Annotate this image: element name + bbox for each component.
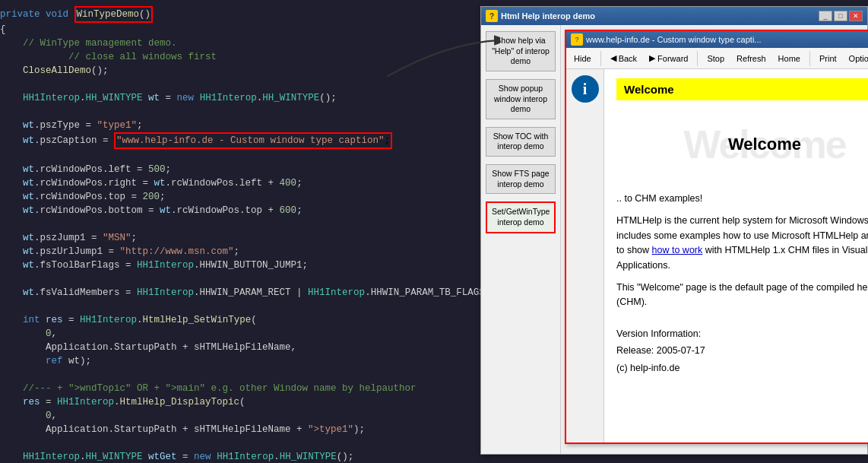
copyright-label: (c) help-info.de <box>616 360 867 377</box>
version-label: Version Information: <box>616 325 867 343</box>
version-section: Version Information: Release: 2005-07-17… <box>616 325 867 377</box>
close-button[interactable]: ✕ <box>849 11 863 21</box>
paragraph-2: This "Welcome" page is the default page … <box>616 281 867 310</box>
chm-title-left: ? www.help-info.de - Custom window type … <box>571 33 762 46</box>
show-help-button[interactable]: Show help via "Help" of interop demo <box>486 31 556 71</box>
back-button[interactable]: ◀ Back <box>606 52 641 65</box>
help-circle-icon: i <box>572 75 599 103</box>
paragraph-1: HTMLHelp is the current help system for … <box>616 214 867 273</box>
chm-icon: ? <box>571 33 583 46</box>
minimize-button[interactable]: _ <box>819 11 832 21</box>
set-get-wintype-button[interactable]: Set/GetWinType interop demo <box>486 201 556 233</box>
chm-content: i Welcome Welcome Welcome .. to CHM exam… <box>566 69 867 442</box>
caption-line: wt.pszCaption = "www.help-info.de - Cust… <box>0 132 486 149</box>
forward-arrow-icon: ▶ <box>649 53 655 63</box>
chm-toolbar: Hide ◀ Back ▶ Forward Stop Refresh Home … <box>566 48 867 69</box>
show-popup-button[interactable]: Show popup window interop demo <box>486 79 556 119</box>
help-demo-titlebar: ? Html Help interop demo _ □ ✕ <box>481 7 867 25</box>
show-toc-button[interactable]: Show TOC with interop demo <box>486 127 556 157</box>
back-arrow-icon: ◀ <box>610 53 616 63</box>
window-controls[interactable]: _ □ ✕ <box>819 11 863 21</box>
welcome-area: Welcome Welcome <box>616 106 867 182</box>
chm-window: ? www.help-info.de - Custom window type … <box>565 30 867 444</box>
welcome-heading: Welcome <box>728 135 801 154</box>
help-icon-area: i <box>566 69 604 442</box>
release-label: Release: 2005-07-17 <box>616 342 867 360</box>
toolbar-separator-3 <box>809 51 810 66</box>
window-icon: ? <box>486 10 498 22</box>
maximize-button[interactable]: □ <box>834 11 847 21</box>
window-title: Html Help interop demo <box>501 11 595 21</box>
caption-highlight: "www.help-info.de - Custom window type c… <box>114 132 392 149</box>
left-panel: Show help via "Help" of interop demo Sho… <box>481 25 561 454</box>
options-button[interactable]: Options <box>844 52 867 65</box>
chm-window-title: www.help-info.de - Custom window type ca… <box>586 35 762 44</box>
stop-button[interactable]: Stop <box>702 52 729 65</box>
chm-titlebar: ? www.help-info.de - Custom window type … <box>566 31 867 48</box>
refresh-button[interactable]: Refresh <box>732 52 771 65</box>
help-demo-window: ? Html Help interop demo _ □ ✕ Show help… <box>480 6 868 455</box>
hide-button[interactable]: Hide <box>569 52 596 65</box>
forward-button[interactable]: ▶ Forward <box>645 52 692 65</box>
home-button[interactable]: Home <box>774 52 805 65</box>
toolbar-separator-2 <box>697 51 698 66</box>
window-body: Show help via "Help" of interop demo Sho… <box>481 25 867 454</box>
print-button[interactable]: Print <box>815 52 841 65</box>
intro-text: .. to CHM examples! <box>616 192 867 206</box>
code-line-1: private void WinTypeDemo() <box>0 6 486 23</box>
toolbar-separator-1 <box>600 51 601 66</box>
titlebar-left: ? Html Help interop demo <box>486 10 595 22</box>
welcome-banner: Welcome <box>616 78 867 100</box>
method-highlight: WinTypeDemo() <box>74 6 154 23</box>
show-fts-button[interactable]: Show FTS page interop demo <box>486 164 556 194</box>
code-editor: private void WinTypeDemo() { // WinType … <box>0 0 486 463</box>
chm-main-content[interactable]: Welcome Welcome Welcome .. to CHM exampl… <box>604 69 867 442</box>
how-link[interactable]: how to work <box>652 245 703 255</box>
